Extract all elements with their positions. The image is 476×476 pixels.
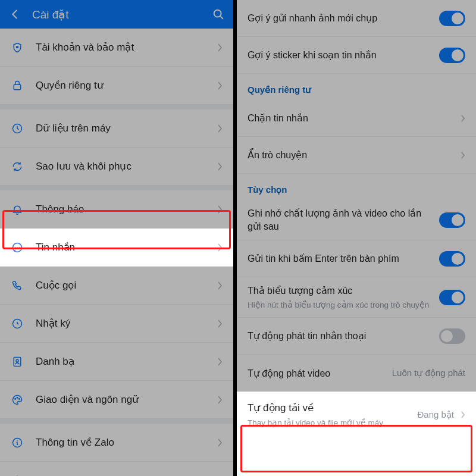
svg-line-1 — [220, 16, 223, 18]
row-label: Ẩn trò chuyện — [248, 149, 452, 162]
chevron-right-icon — [217, 43, 223, 52]
chevron-right-icon — [460, 114, 465, 123]
chevron-right-icon — [217, 205, 223, 214]
bell-icon — [11, 203, 24, 215]
chat-icon — [11, 242, 24, 253]
toggle-switch[interactable] — [439, 290, 465, 305]
contacts-icon — [11, 356, 24, 368]
toggle-switch[interactable] — [439, 328, 465, 344]
row-label: Gợi ý sticker khi soạn tin nhắn — [248, 49, 431, 62]
chevron-right-icon — [217, 357, 223, 367]
row-label: Chặn tin nhắn — [248, 112, 452, 125]
toggle-switch[interactable] — [439, 251, 465, 267]
row-autoplay-voice[interactable]: Tự động phát tin nhắn thoại — [237, 318, 476, 355]
toggle-switch[interactable] — [439, 11, 465, 26]
settings-row-calls[interactable]: Cuộc gọi — [0, 267, 233, 305]
settings-row-about[interactable]: Thông tin về Zalo — [0, 424, 233, 462]
search-icon[interactable] — [212, 8, 225, 21]
chevron-right-icon — [217, 243, 223, 252]
settings-row-label: Tin nhắn — [36, 241, 205, 253]
settings-row-label: Quyền riêng tư — [36, 79, 205, 92]
settings-pane: Cài đặt Tài khoản và bảo mật Quyền riêng… — [0, 0, 237, 476]
settings-row-messages[interactable]: Tin nhắn — [0, 228, 233, 267]
lock-icon — [11, 80, 24, 92]
section-header-options: Tùy chọn — [237, 174, 476, 200]
settings-row-label: Thông tin về Zalo — [36, 436, 205, 449]
row-label: Ghi nhớ chất lượng ảnh và video cho lần … — [248, 207, 431, 233]
settings-row-contacts[interactable]: Danh bạ — [0, 343, 233, 381]
settings-row-label: Nhật ký — [36, 317, 205, 330]
sync-icon — [11, 161, 24, 173]
palette-icon — [11, 394, 24, 406]
settings-row-data[interactable]: Dữ liệu trên máy — [0, 109, 233, 148]
settings-row-label: Thông báo — [36, 203, 205, 215]
row-sticker-suggest[interactable]: Gợi ý sticker khi soạn tin nhắn — [237, 37, 476, 74]
row-autoplay-video[interactable]: Tự động phát video Luôn tự động phát — [237, 355, 476, 392]
chevron-right-icon — [217, 162, 223, 171]
row-label: Tự động phát tin nhắn thoại — [248, 330, 431, 343]
chevron-right-icon — [217, 281, 223, 290]
clock-icon — [11, 123, 24, 134]
row-label: Thả biểu tượng cảm xúc — [248, 284, 431, 298]
settings-row-label: Dữ liệu trên máy — [36, 122, 205, 134]
page-title: Cài đặt — [32, 8, 69, 21]
chevron-right-icon — [217, 81, 223, 90]
settings-row-label: Cuộc gọi — [36, 279, 205, 292]
settings-header: Cài đặt — [0, 0, 233, 29]
chevron-right-icon — [460, 151, 465, 159]
clock-icon — [11, 318, 24, 330]
svg-point-8 — [16, 359, 18, 362]
chevron-right-icon — [460, 411, 465, 419]
messages-pane: Gợi ý gửi nhanh ảnh mới chụp Gợi ý stick… — [237, 0, 476, 476]
row-trail-text: Đang bật — [417, 409, 454, 420]
settings-row-label: Danh bạ — [36, 355, 205, 368]
chevron-right-icon — [217, 395, 223, 405]
phone-icon — [11, 280, 24, 292]
row-label: Gợi ý gửi nhanh ảnh mới chụp — [248, 12, 431, 25]
settings-row-privacy[interactable]: Quyền riêng tư — [0, 67, 233, 105]
toggle-switch[interactable] — [439, 48, 465, 63]
svg-point-11 — [19, 398, 20, 399]
divider — [0, 419, 233, 424]
divider — [0, 186, 233, 190]
chevron-right-icon — [217, 319, 223, 328]
row-label: Gửi tin khi bấm Enter trên bàn phím — [248, 252, 431, 265]
settings-row-label: Tài khoản và bảo mật — [36, 41, 205, 54]
chevron-right-icon — [217, 124, 223, 133]
section-header-privacy: Quyền riêng tư — [237, 74, 476, 100]
settings-row-notifications[interactable]: Thông báo — [0, 190, 233, 228]
row-send-on-enter[interactable]: Gửi tin khi bấm Enter trên bàn phím — [237, 240, 476, 277]
settings-row-label: Sao lưu và khôi phục — [36, 160, 205, 173]
settings-row-appearance[interactable]: Giao diện và ngôn ngữ — [0, 381, 233, 419]
row-sublabel: Hiện nút thả biểu tượng cảm xúc trong tr… — [248, 300, 431, 311]
settings-row-timeline[interactable]: Nhật ký — [0, 305, 233, 343]
svg-rect-3 — [14, 84, 21, 89]
divider — [0, 105, 233, 109]
row-sublabel: Thay bạn tải video và file mới về máy — [248, 418, 409, 428]
settings-row-backup[interactable]: Sao lưu và khôi phục — [0, 148, 233, 186]
settings-row-label: Giao diện và ngôn ngữ — [36, 393, 205, 406]
svg-point-2 — [17, 46, 18, 48]
row-auto-download[interactable]: Tự động tải về Thay bạn tải video và fil… — [237, 392, 476, 437]
row-trail-text: Luôn tự động phát — [392, 368, 465, 378]
settings-row-support[interactable]: Liên hệ hỗ trợ — [0, 462, 233, 476]
row-emoji-react[interactable]: Thả biểu tượng cảm xúc Hiện nút thả biểu… — [237, 277, 476, 318]
info-icon — [11, 437, 24, 449]
svg-point-10 — [17, 397, 18, 398]
row-hide-chat[interactable]: Ẩn trò chuyện — [237, 137, 476, 174]
row-remember-quality[interactable]: Ghi nhớ chất lượng ảnh và video cho lần … — [237, 200, 476, 240]
row-label: Tự động tải về — [248, 402, 409, 415]
row-quick-photo-suggest[interactable]: Gợi ý gửi nhanh ảnh mới chụp — [237, 0, 476, 37]
row-block-messages[interactable]: Chặn tin nhắn — [237, 100, 476, 137]
settings-row-account[interactable]: Tài khoản và bảo mật — [0, 29, 233, 67]
shield-icon — [11, 42, 24, 54]
row-label: Tự động phát video — [248, 367, 384, 380]
toggle-switch[interactable] — [439, 212, 465, 228]
svg-point-9 — [15, 398, 16, 399]
back-icon[interactable] — [8, 8, 21, 21]
chevron-right-icon — [217, 438, 223, 447]
